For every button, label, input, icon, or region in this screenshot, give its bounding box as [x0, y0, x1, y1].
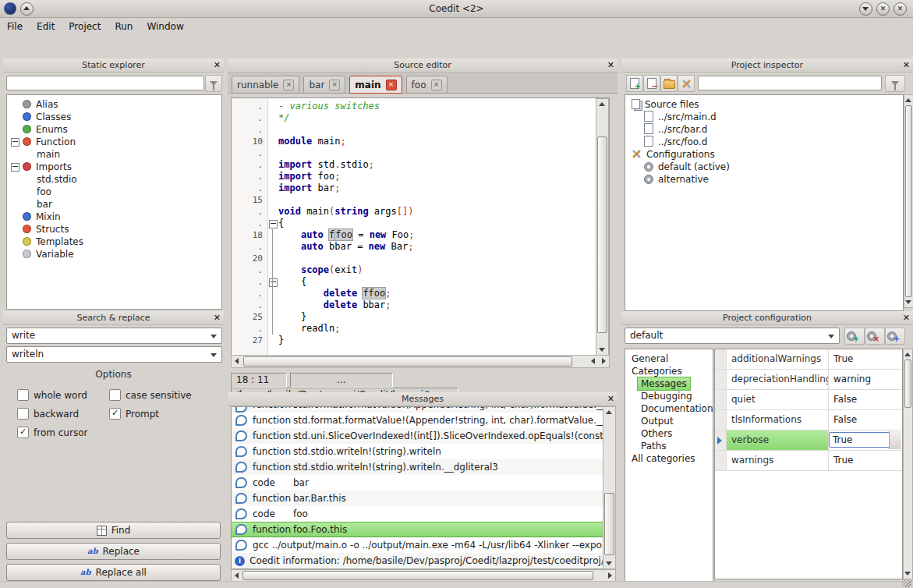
- minimize-button[interactable]: [859, 2, 872, 16]
- editor-vscrollbar[interactable]: [596, 98, 609, 356]
- inspector-filter-input[interactable]: [698, 76, 882, 90]
- tab-bar[interactable]: bar×: [303, 76, 345, 94]
- inspector-node[interactable]: Configurations: [625, 148, 903, 161]
- message-row[interactable]: functionstd.stdio.writeln!(string).write…: [232, 459, 603, 475]
- property-row-warnings[interactable]: warningsTrue: [715, 451, 902, 471]
- scroll-up-button[interactable]: [596, 99, 607, 109]
- checkbox-icon[interactable]: ✓: [109, 408, 121, 420]
- property-value[interactable]: False: [829, 390, 902, 409]
- explorer-filter-input[interactable]: [6, 76, 204, 90]
- code-line[interactable]: .: [232, 124, 597, 136]
- grid-vscrollbar[interactable]: [903, 349, 913, 579]
- property-row-quiet[interactable]: quietFalse: [715, 390, 902, 410]
- tab-close-icon[interactable]: ×: [329, 80, 340, 90]
- scroll-down-button[interactable]: [902, 569, 912, 579]
- scroll-thumb[interactable]: [604, 493, 614, 555]
- scroll-thumb[interactable]: [242, 571, 593, 580]
- scroll-up-button[interactable]: [902, 349, 912, 360]
- property-value[interactable]: False: [829, 410, 902, 430]
- menu-project[interactable]: Project: [62, 18, 108, 35]
- explorer-node[interactable]: Templates: [7, 236, 221, 248]
- tab-main[interactable]: main×: [349, 76, 402, 94]
- category-messages[interactable]: Messages: [625, 377, 713, 390]
- sync-config-button[interactable]: +: [885, 328, 905, 345]
- code-line[interactable]: . readln;: [232, 323, 597, 335]
- code-line[interactable]: . auto bbar = new Bar;: [232, 241, 597, 253]
- message-row[interactable]: iCoedit information: /home/basile/Dev/pa…: [232, 553, 603, 569]
- option-backward[interactable]: backward: [17, 408, 79, 420]
- find-button[interactable]: Find: [6, 522, 221, 539]
- tab-close-icon[interactable]: ×: [431, 80, 442, 90]
- code-line[interactable]: 20: [232, 253, 597, 264]
- property-row-tlsInformations[interactable]: tlsInformationsFalse: [715, 410, 902, 430]
- explorer-node[interactable]: bar: [7, 198, 221, 211]
- chevron-down-icon[interactable]: [889, 431, 901, 449]
- category-general[interactable]: General: [625, 352, 713, 365]
- scroll-left-button[interactable]: [588, 356, 598, 366]
- code-line[interactable]: 15: [232, 194, 597, 206]
- tab-close-icon[interactable]: ×: [386, 80, 397, 90]
- scroll-left-button[interactable]: [232, 356, 242, 366]
- collapse-icon[interactable]: [11, 138, 19, 147]
- message-row[interactable]: functionfoo.Foo.this: [232, 522, 603, 537]
- explorer-filter-button[interactable]: [205, 75, 222, 92]
- explorer-node[interactable]: std.stdio: [7, 173, 221, 186]
- message-row[interactable]: functionstd.format.formatValue!(Appender…: [232, 413, 603, 428]
- category-documentation[interactable]: Documentation: [625, 402, 713, 415]
- scroll-up-button[interactable]: [603, 407, 614, 417]
- panel-close-icon[interactable]: ✕: [903, 311, 910, 324]
- fold-icon[interactable]: [269, 220, 278, 228]
- code-line[interactable]: .*/: [232, 112, 597, 124]
- code-line[interactable]: . delete ffoo;: [232, 288, 597, 299]
- inspector-node[interactable]: Source files: [625, 98, 903, 111]
- checkbox-icon[interactable]: ✓: [17, 427, 29, 438]
- maximize-button[interactable]: ✕: [876, 2, 890, 16]
- explorer-node[interactable]: Classes: [7, 111, 221, 123]
- category-categories[interactable]: Categories: [625, 365, 713, 377]
- code-line[interactable]: 25 }: [232, 311, 597, 323]
- checkbox-icon[interactable]: [17, 389, 29, 401]
- option-Prompt[interactable]: ✓Prompt: [109, 408, 159, 420]
- scroll-down-button[interactable]: [903, 297, 913, 307]
- remove-source-button[interactable]: −: [643, 75, 660, 92]
- scroll-thumb[interactable]: [905, 105, 912, 297]
- property-value[interactable]: True: [829, 451, 902, 470]
- category-debugging[interactable]: Debugging: [625, 390, 713, 402]
- code-line[interactable]: .import std.stdio;: [232, 159, 597, 171]
- explorer-node[interactable]: main: [7, 148, 221, 161]
- editor-hscrollbar[interactable]: [231, 355, 610, 368]
- inspector-node[interactable]: ../src/main.d: [625, 111, 903, 123]
- code-line[interactable]: .void main(string args[]): [232, 206, 597, 218]
- code-line[interactable]: .import foo;: [232, 171, 597, 182]
- menu-run[interactable]: Run: [108, 18, 140, 35]
- close-button[interactable]: ✕: [894, 2, 907, 16]
- menu-window[interactable]: Window: [140, 18, 190, 35]
- option-whole-word[interactable]: whole word: [17, 389, 87, 401]
- message-row[interactable]: functionbar.Bar.this: [232, 491, 603, 506]
- panel-close-icon[interactable]: ✕: [214, 58, 221, 72]
- inspector-node[interactable]: alternative: [625, 173, 903, 186]
- scroll-down-button[interactable]: [596, 345, 607, 355]
- replace-all-button[interactable]: abReplace all: [6, 564, 221, 581]
- menu-file[interactable]: File: [0, 18, 30, 35]
- message-row[interactable]: codebar: [232, 475, 603, 491]
- tab-runnable[interactable]: runnable×: [232, 76, 299, 94]
- tools-button[interactable]: [678, 75, 695, 92]
- scroll-down-button[interactable]: [603, 558, 614, 569]
- replace-button[interactable]: abReplace: [6, 543, 221, 560]
- replace-term-combo[interactable]: writeln: [6, 346, 222, 363]
- explorer-node[interactable]: Mixin: [7, 211, 221, 223]
- category-output[interactable]: Output: [625, 415, 713, 427]
- scroll-right-button[interactable]: [599, 356, 609, 366]
- option-case-sensitive[interactable]: case sensitive: [109, 389, 192, 401]
- open-folder-button[interactable]: [660, 75, 678, 92]
- explorer-node[interactable]: Imports: [7, 161, 221, 173]
- search-term-combo[interactable]: write: [6, 328, 222, 344]
- category-paths[interactable]: Paths: [625, 440, 713, 452]
- property-row-depreciationHandling[interactable]: depreciationHandlingwarning: [715, 370, 902, 390]
- code-line[interactable]: . delete bbar;: [232, 299, 597, 311]
- code-line[interactable]: . {: [232, 276, 597, 288]
- code-line[interactable]: . scope(exit): [232, 264, 597, 276]
- remove-config-button[interactable]: ×: [865, 328, 885, 345]
- message-row[interactable]: codefoo: [232, 506, 603, 522]
